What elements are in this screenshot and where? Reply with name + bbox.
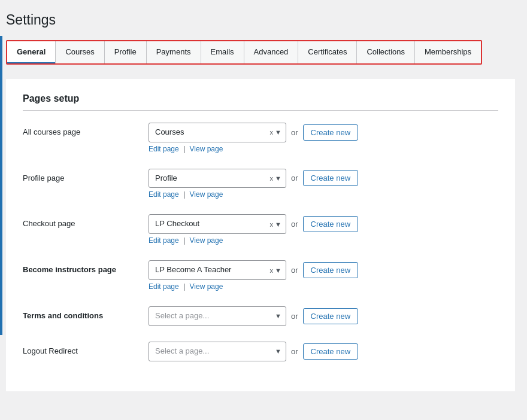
or-text-terms: or bbox=[291, 312, 298, 321]
field-controls-logout: Select a page... ▼ or Create new bbox=[149, 342, 358, 361]
field-inline-logout: Select a page... ▼ or Create new bbox=[149, 342, 358, 361]
field-inline-terms: Select a page... ▼ or Create new bbox=[149, 306, 358, 326]
or-text-profile: or bbox=[291, 174, 298, 182]
or-text-checkout: or bbox=[291, 220, 298, 229]
field-links-profile: Edit page | View page bbox=[149, 190, 358, 199]
field-controls-become-instructors: LP Become A Teacher x ▼ or Create new Ed… bbox=[149, 260, 358, 291]
field-inline-all-courses: Courses x ▼ or Create new bbox=[149, 123, 358, 142]
become-instructors-select[interactable]: LP Become A Teacher bbox=[149, 260, 286, 280]
select-wrapper-logout: Select a page... ▼ bbox=[149, 342, 286, 361]
field-label-all-courses: All courses page bbox=[23, 123, 149, 136]
logout-select[interactable]: Select a page... bbox=[149, 342, 286, 361]
view-page-link-become-instructors[interactable]: View page bbox=[190, 282, 223, 291]
create-new-button-checkout[interactable]: Create new bbox=[303, 216, 358, 232]
field-label-become-instructors: Become instructors page bbox=[23, 260, 149, 274]
edit-page-link-become-instructors[interactable]: Edit page bbox=[149, 282, 179, 291]
separator-checkout: | bbox=[183, 236, 185, 245]
field-controls-terms: Select a page... ▼ or Create new bbox=[149, 306, 358, 326]
edit-page-link-checkout[interactable]: Edit page bbox=[149, 236, 179, 245]
field-label-checkout: Checkout page bbox=[23, 214, 149, 228]
field-links-become-instructors: Edit page | View page bbox=[149, 282, 358, 291]
field-label-terms: Terms and conditions bbox=[23, 306, 149, 320]
select-wrapper-terms: Select a page... ▼ bbox=[149, 306, 286, 326]
edit-page-link-profile[interactable]: Edit page bbox=[149, 190, 179, 199]
field-row-all-courses: All courses page Courses x ▼ or Create n… bbox=[23, 123, 498, 157]
field-label-logout: Logout Redirect bbox=[23, 342, 149, 355]
create-new-button-terms[interactable]: Create new bbox=[303, 308, 358, 324]
create-new-button-become-instructors[interactable]: Create new bbox=[303, 262, 358, 278]
tab-general[interactable]: General bbox=[7, 41, 56, 63]
tab-emails[interactable]: Emails bbox=[201, 41, 244, 63]
tabs-container: General Courses Profile Payments Emails … bbox=[6, 40, 482, 65]
create-new-button-profile[interactable]: Create new bbox=[303, 170, 358, 186]
field-row-terms: Terms and conditions Select a page... ▼ … bbox=[23, 306, 498, 330]
page-title: Settings bbox=[6, 12, 515, 28]
separator-all-courses: | bbox=[183, 145, 185, 153]
tab-courses[interactable]: Courses bbox=[56, 41, 104, 63]
select-wrapper-become-instructors: LP Become A Teacher x ▼ bbox=[149, 260, 286, 280]
field-row-checkout: Checkout page LP Checkout x ▼ or Create … bbox=[23, 214, 498, 248]
tab-memberships[interactable]: Memberships bbox=[415, 41, 481, 63]
field-row-profile: Profile page Profile x ▼ or Create new E… bbox=[23, 169, 498, 203]
field-links-checkout: Edit page | View page bbox=[149, 236, 358, 245]
field-inline-checkout: LP Checkout x ▼ or Create new bbox=[149, 214, 358, 234]
create-new-button-logout[interactable]: Create new bbox=[303, 343, 358, 360]
checkout-select[interactable]: LP Checkout bbox=[149, 214, 286, 234]
tab-certificates[interactable]: Certificates bbox=[298, 41, 357, 63]
select-wrapper-all-courses: Courses x ▼ bbox=[149, 123, 286, 142]
view-page-link-checkout[interactable]: View page bbox=[190, 236, 223, 245]
or-text-become-instructors: or bbox=[291, 266, 298, 275]
tab-profile[interactable]: Profile bbox=[105, 41, 147, 63]
or-text-logout: or bbox=[291, 347, 298, 356]
tab-payments[interactable]: Payments bbox=[147, 41, 201, 63]
field-row-logout: Logout Redirect Select a page... ▼ or Cr… bbox=[23, 342, 498, 365]
field-controls-checkout: LP Checkout x ▼ or Create new Edit page … bbox=[149, 214, 358, 245]
field-inline-become-instructors: LP Become A Teacher x ▼ or Create new bbox=[149, 260, 358, 280]
edit-page-link-all-courses[interactable]: Edit page bbox=[149, 145, 179, 153]
field-row-become-instructors: Become instructors page LP Become A Teac… bbox=[23, 260, 498, 294]
terms-select[interactable]: Select a page... bbox=[149, 306, 286, 326]
field-controls-profile: Profile x ▼ or Create new Edit page | Vi… bbox=[149, 169, 358, 199]
or-text-all-courses: or bbox=[291, 128, 298, 137]
content-area: Pages setup All courses page Courses x ▼… bbox=[6, 79, 515, 391]
view-page-link-profile[interactable]: View page bbox=[190, 190, 223, 199]
field-links-all-courses: Edit page | View page bbox=[149, 145, 358, 153]
select-wrapper-profile: Profile x ▼ bbox=[149, 169, 286, 188]
tab-advanced[interactable]: Advanced bbox=[244, 41, 299, 63]
profile-select[interactable]: Profile bbox=[149, 169, 286, 188]
section-title: Pages setup bbox=[23, 93, 498, 111]
field-inline-profile: Profile x ▼ or Create new bbox=[149, 169, 358, 188]
tab-collections[interactable]: Collections bbox=[357, 41, 415, 63]
select-wrapper-checkout: LP Checkout x ▼ bbox=[149, 214, 286, 234]
view-page-link-all-courses[interactable]: View page bbox=[190, 145, 223, 153]
field-label-profile: Profile page bbox=[23, 169, 149, 182]
separator-profile: | bbox=[183, 190, 185, 199]
separator-become-instructors: | bbox=[183, 282, 185, 291]
field-controls-all-courses: Courses x ▼ or Create new Edit page | Vi… bbox=[149, 123, 358, 153]
all-courses-select[interactable]: Courses bbox=[149, 123, 286, 142]
create-new-button-all-courses[interactable]: Create new bbox=[303, 124, 358, 141]
